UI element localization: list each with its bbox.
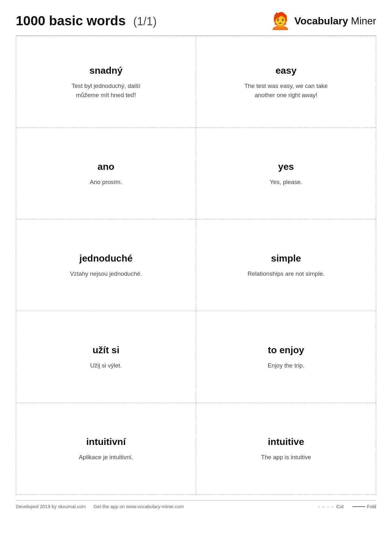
- card-word-4: yes: [278, 161, 294, 172]
- card-1-right: easy The test was easy, we can takeanoth…: [196, 36, 376, 128]
- card-3-left: jednoduché Vztahy nejsou jednoduché.: [16, 219, 196, 311]
- page-header: 1000 basic words (1/1) 🧑‍🦰 Vocabulary Mi…: [16, 13, 376, 29]
- card-2-right: yes Yes, please.: [196, 128, 376, 219]
- footer-left: Developed 2019 by skoumal.com Get the ap…: [16, 504, 184, 509]
- fold-line-icon: [353, 506, 365, 507]
- card-sentence-9: Aplikace je intuitivní.: [79, 453, 133, 462]
- footer-get-app: Get the app on www.vocabulary-miner.com: [93, 504, 184, 509]
- card-sentence-2: The test was easy, we can takeanother on…: [244, 82, 328, 100]
- cut-label: Cut: [336, 504, 343, 509]
- footer-developed: Developed 2019 by skoumal.com: [16, 504, 86, 509]
- card-sentence-1: Test byl jednoduchý, dalšímůžeme mít hne…: [72, 82, 141, 100]
- cards-grid: snadný Test byl jednoduchý, dalšímůžeme …: [16, 36, 376, 495]
- fold-label: Fold: [367, 504, 376, 509]
- card-4-right: to enjoy Enjoy the trip.: [196, 311, 376, 403]
- footer-right: - - - - Cut Fold: [318, 504, 376, 509]
- card-sentence-6: Relationships are not simple.: [248, 269, 325, 279]
- card-word-3: ano: [98, 161, 114, 172]
- brand-icon: 🧑‍🦰: [270, 13, 291, 29]
- card-word-9: intuitivní: [86, 436, 126, 447]
- card-sentence-3: Ano prosím.: [90, 178, 122, 187]
- card-3-right: simple Relationships are not simple.: [196, 219, 376, 311]
- card-word-2: easy: [275, 65, 297, 76]
- fold-indicator: Fold: [353, 504, 376, 509]
- card-sentence-7: Užij si výlet.: [90, 361, 122, 370]
- brand-rest: Miner: [348, 15, 376, 27]
- card-4-left: užít si Užij si výlet.: [16, 311, 196, 403]
- card-sentence-8: Enjoy the trip.: [268, 361, 304, 370]
- page-title: 1000 basic words: [16, 13, 126, 28]
- card-word-1: snadný: [89, 65, 123, 76]
- card-5-left: intuitivní Aplikace je intuitivní.: [16, 403, 196, 495]
- card-word-5: jednoduché: [79, 253, 132, 264]
- card-sentence-5: Vztahy nejsou jednoduché.: [70, 269, 142, 279]
- page-count: (1/1): [133, 15, 157, 28]
- card-word-10: intuitive: [268, 436, 304, 447]
- brand-name: Vocabulary Miner: [294, 15, 376, 27]
- header-right: 🧑‍🦰 Vocabulary Miner: [270, 13, 376, 29]
- card-2-left: ano Ano prosím.: [16, 128, 196, 219]
- page-footer: Developed 2019 by skoumal.com Get the ap…: [16, 500, 376, 509]
- card-word-6: simple: [271, 253, 301, 264]
- header-left: 1000 basic words (1/1): [16, 13, 157, 28]
- card-sentence-10: The app is intuitive: [261, 453, 311, 462]
- card-sentence-4: Yes, please.: [270, 178, 302, 187]
- cut-indicator: - - - - Cut: [318, 504, 344, 509]
- brand-strong: Vocabulary: [294, 15, 348, 27]
- cut-dots-icon: - - - -: [318, 504, 334, 509]
- card-1-left: snadný Test byl jednoduchý, dalšímůžeme …: [16, 36, 196, 128]
- card-word-8: to enjoy: [268, 345, 304, 355]
- card-word-7: užít si: [93, 345, 119, 355]
- card-5-right: intuitive The app is intuitive: [196, 403, 376, 495]
